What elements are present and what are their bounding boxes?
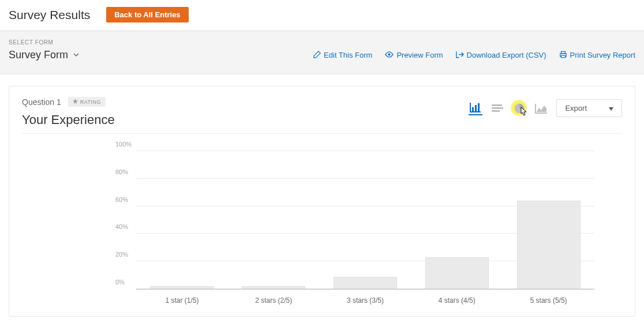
y-tick-label: 100% [115, 141, 132, 148]
svg-rect-6 [478, 103, 480, 111]
print-icon [559, 51, 567, 60]
page-title: Survey Results [9, 8, 90, 22]
svg-rect-4 [472, 107, 474, 111]
question-number: Question 1 [22, 97, 61, 107]
y-tick-label: 20% [115, 251, 128, 258]
chart-area: 0%20%40%60%80%100% 1 star (1/5)2 stars (… [9, 134, 635, 316]
pie-chart-button[interactable] [512, 102, 526, 115]
export-label: Export [565, 104, 587, 112]
svg-rect-7 [492, 104, 502, 106]
star-icon [73, 99, 78, 105]
download-export-link[interactable]: Download Export (CSV) [456, 51, 546, 60]
area-chart-button[interactable] [534, 102, 548, 115]
svg-rect-3 [561, 55, 565, 58]
bar [425, 257, 489, 289]
x-tick-label: 5 stars (5/5) [503, 296, 594, 305]
question-card: Question 1 RATING Your Experience [9, 86, 635, 317]
bar-chart-button[interactable] [469, 102, 482, 115]
pencil-icon [313, 51, 321, 60]
form-select-value: Survey Form [9, 49, 68, 61]
svg-rect-9 [492, 110, 500, 112]
svg-rect-5 [475, 105, 477, 111]
export-dropdown[interactable]: Export [556, 99, 622, 117]
question-badge-label: RATING [80, 99, 101, 105]
bar-wrap [503, 151, 594, 289]
y-tick-label: 80% [115, 168, 128, 175]
question-title: Your Experience [22, 112, 115, 127]
form-select-dropdown[interactable]: Survey Form [9, 49, 80, 61]
bar-wrap [320, 151, 411, 289]
filter-section: SELECT FORM Survey Form Edit This Form P… [0, 31, 644, 74]
bar [517, 201, 581, 289]
bar-wrap [228, 151, 320, 289]
x-axis-labels: 1 star (1/5)2 stars (2/5)3 stars (3/5)4 … [136, 296, 594, 305]
horizontal-bar-button[interactable] [491, 102, 504, 115]
bar-wrap [411, 151, 503, 289]
eye-icon [385, 51, 394, 60]
bar [334, 277, 397, 290]
action-links: Edit This Form Preview Form Download Exp… [313, 51, 635, 60]
select-form-label: SELECT FORM [9, 39, 635, 46]
bars-container [136, 151, 594, 289]
svg-rect-2 [561, 51, 565, 54]
chart-tools: Export [469, 99, 622, 117]
y-tick-label: 60% [115, 196, 128, 203]
chart-plot: 0%20%40%60%80%100% [136, 151, 594, 290]
x-tick-label: 4 stars (4/5) [411, 296, 503, 305]
top-bar: Survey Results Back to All Entries [0, 0, 644, 31]
edit-form-link[interactable]: Edit This Form [313, 51, 372, 60]
back-to-entries-button[interactable]: Back to All Entries [106, 7, 188, 22]
print-report-label: Print Survey Report [570, 51, 635, 59]
print-report-link[interactable]: Print Survey Report [559, 51, 635, 60]
download-export-label: Download Export (CSV) [467, 51, 546, 59]
x-tick-label: 1 star (1/5) [136, 296, 228, 305]
caret-down-icon [609, 104, 613, 112]
bar-wrap [136, 151, 228, 289]
edit-form-label: Edit This Form [324, 51, 372, 59]
preview-form-link[interactable]: Preview Form [385, 51, 443, 60]
x-tick-label: 3 stars (3/5) [320, 296, 411, 305]
x-tick-label: 2 stars (2/5) [228, 296, 320, 305]
svg-rect-8 [492, 107, 503, 109]
y-tick-label: 40% [115, 223, 128, 230]
chevron-down-icon [73, 49, 80, 61]
bar [242, 286, 305, 289]
preview-form-label: Preview Form [396, 51, 443, 59]
export-icon [456, 51, 464, 60]
question-type-badge: RATING [68, 97, 106, 107]
bar [150, 286, 214, 289]
svg-point-0 [388, 53, 391, 55]
y-tick-label: 0% [115, 279, 125, 285]
